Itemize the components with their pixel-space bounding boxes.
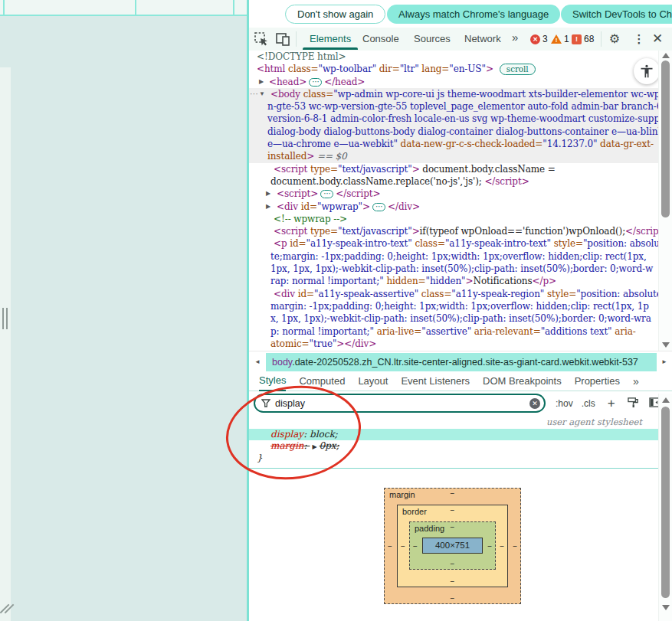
tab-event-listeners[interactable]: Event Listeners	[401, 372, 470, 391]
close-devtools-icon[interactable]: ✕	[650, 31, 665, 47]
device-toolbar-icon[interactable]	[275, 31, 290, 47]
dom-tree-line[interactable]: <!-- wpwrap -->	[249, 213, 672, 225]
tab-layout[interactable]: Layout	[358, 372, 388, 391]
warning-count-badge[interactable]: ! 1	[551, 34, 569, 44]
dom-tree-line[interactable]: margin: -1px;padding: 0;height: 1px;widt…	[249, 300, 672, 312]
dom-tree-line[interactable]: version-6-8-1 admin-color-fresh locale-e…	[249, 113, 672, 125]
tab-sources[interactable]: Sources	[414, 28, 451, 50]
dom-tree-line[interactable]: rap: normal !important;" hidden="hidden"…	[249, 275, 672, 287]
syntax-segment: >	[466, 276, 474, 286]
dom-tree-line[interactable]: <div id="a11y-speak-assertive" class="a1…	[249, 288, 672, 300]
dom-tree-line[interactable]: te;margin: -1px;padding: 0;height: 1px;w…	[249, 250, 672, 263]
breadcrumb-right-arrow-icon[interactable]: ►	[657, 351, 672, 373]
box-model-border[interactable]: border − − − − padding − − − − 400×751	[397, 505, 508, 587]
dom-tree-line[interactable]: x, 1px, 1px);-webkit-clip-path: inset(50…	[249, 312, 672, 325]
dom-tree-line[interactable]: <script type="text/javascript">if(typeof…	[249, 225, 672, 237]
scrollbar-thumb[interactable]	[661, 60, 670, 217]
border-top-value[interactable]: −	[451, 506, 455, 515]
margin-left-value[interactable]: −	[388, 542, 392, 551]
collapsed-children-icon[interactable]: ⋯	[320, 190, 333, 198]
tab-elements[interactable]: Elements	[310, 28, 351, 50]
scroll-up-icon[interactable]	[662, 397, 670, 403]
declaration-margin[interactable]: margin: ▶0px;	[249, 440, 659, 453]
dom-tree-line[interactable]: 1px, 1px, 1px);-webkit-clip-path: inset(…	[249, 263, 672, 275]
expand-node-icon[interactable]: ▶	[266, 188, 270, 200]
error-count-badge[interactable]: ✕ 3	[530, 34, 548, 44]
dom-tree-line[interactable]: <!DOCTYPE html>	[249, 51, 672, 63]
tab-network[interactable]: Network	[464, 28, 501, 50]
box-model-content[interactable]: 400×751	[422, 538, 483, 554]
declaration-display[interactable]: display: block;	[249, 429, 659, 441]
scroll-down-icon[interactable]	[662, 342, 670, 348]
breadcrumb-left-arrow-icon[interactable]: ◄	[249, 351, 266, 373]
elements-scrollbar[interactable]	[658, 51, 672, 351]
dom-tree-line[interactable]: p: normal !important;" aria-live="assert…	[249, 325, 672, 338]
dom-tree-line[interactable]: ▶<script>⋯</script>	[249, 188, 672, 200]
margin-top-value[interactable]: −	[451, 489, 455, 498]
new-style-rule-button[interactable]: +	[608, 398, 615, 409]
padding-bottom-value[interactable]: −	[451, 560, 455, 568]
tab-dom-breakpoints[interactable]: DOM Breakpoints	[483, 372, 562, 391]
expand-node-icon[interactable]: ▶	[259, 76, 264, 88]
margin-bottom-value[interactable]: −	[451, 594, 455, 603]
rule-selector-row[interactable]: body { user agent stylesheet	[249, 417, 659, 429]
more-tabs-icon[interactable]: »	[633, 372, 638, 391]
box-model-margin[interactable]: margin − − − − border − − − − padding − …	[384, 488, 521, 604]
collapsed-children-icon[interactable]: ⋯	[309, 78, 322, 87]
style-filter-input[interactable]: display ✕	[254, 394, 546, 413]
dom-tree-line[interactable]: installed> == $0	[249, 150, 672, 162]
switch-devtools-language-button[interactable]: Switch DevTools to Chin	[561, 5, 672, 24]
tab-styles[interactable]: Styles	[259, 371, 286, 391]
scroll-down-icon[interactable]	[662, 605, 670, 610]
dom-tree-line[interactable]: ▶<div id="wpwrap">⋯</div>	[249, 201, 672, 213]
filter-funnel-icon	[261, 399, 270, 407]
dom-tree-line[interactable]: <html class="wp-toolbar" dir="ltr" lang=…	[249, 63, 672, 75]
element-classes-button[interactable]: .cls	[582, 398, 595, 409]
resize-grip-icon[interactable]	[2, 602, 15, 616]
scrollbar-grip-icon[interactable]	[2, 308, 8, 329]
always-match-language-button[interactable]: Always match Chrome's language	[387, 5, 560, 24]
clear-filter-icon[interactable]: ✕	[529, 398, 540, 409]
scroll-up-icon[interactable]	[662, 53, 670, 58]
padding-right-value[interactable]: −	[487, 541, 492, 550]
dom-tree-line[interactable]: dialog-body dialog-buttons-body dialog-c…	[249, 126, 672, 138]
dont-show-again-button[interactable]: Don't show again	[285, 5, 385, 24]
dom-tree-line[interactable]: <p id="a11y-speak-intro-text" class="a11…	[249, 237, 672, 250]
breadcrumb[interactable]: body.date-20250528.zh_CN.ltr.site-center…	[266, 353, 657, 371]
scrollbar-thumb[interactable]	[661, 407, 670, 598]
toggle-element-state-button[interactable]: :hov	[556, 398, 573, 409]
dom-tree-line[interactable]: atomic="true"></div>	[249, 338, 672, 350]
border-right-value[interactable]: −	[500, 542, 504, 551]
scroll-badge[interactable]: scroll	[500, 64, 536, 75]
tab-properties[interactable]: Properties	[575, 372, 620, 391]
menu-kebab-icon[interactable]: ⋮	[631, 31, 647, 47]
issue-count-badge[interactable]: ! 68	[572, 34, 594, 44]
border-left-value[interactable]: −	[401, 542, 405, 551]
node-menu-icon[interactable]: ⋯	[250, 88, 257, 100]
dom-tree-line[interactable]: n-gte-53 wc-wp-version-gte-55 toplevel_p…	[249, 100, 672, 113]
collapse-node-icon[interactable]: ▼	[259, 88, 265, 100]
box-model-padding[interactable]: padding − − − − 400×751	[409, 521, 496, 570]
tab-console[interactable]: Console	[362, 28, 399, 50]
more-tabs-icon[interactable]: »	[512, 31, 516, 44]
inspect-element-icon[interactable]	[254, 31, 269, 47]
tab-computed[interactable]: Computed	[299, 372, 345, 391]
dom-tree-line[interactable]: e—ua-chrome e—ua-webkit" data-new-gr-c-s…	[249, 138, 672, 150]
syntax-segment: class=	[300, 89, 333, 100]
dom-tree-line[interactable]: ▶<head>⋯</head>	[249, 76, 672, 88]
settings-gear-icon[interactable]: ⚙	[607, 31, 622, 47]
dom-tree-line[interactable]: document.body.className.replace('no-js',…	[249, 175, 672, 188]
border-bottom-value[interactable]: −	[451, 577, 455, 586]
expand-node-icon[interactable]: ▶	[266, 201, 270, 213]
dom-tree-line[interactable]: <script type="text/javascript"> document…	[249, 163, 672, 175]
colon: :	[303, 429, 310, 440]
dom-tree-line[interactable]: ⋯▼<body class="wp-admin wp-core-ui js th…	[249, 88, 672, 100]
margin-right-value[interactable]: −	[513, 542, 517, 551]
rendering-emulation-icon[interactable]	[628, 397, 639, 410]
syntax-segment: id=	[295, 289, 314, 299]
expand-arrow-icon[interactable]: ▶	[312, 441, 316, 453]
styles-scrollbar[interactable]	[658, 394, 672, 621]
padding-top-value[interactable]: −	[451, 523, 455, 531]
collapsed-children-icon[interactable]: ⋯	[372, 203, 385, 211]
padding-left-value[interactable]: −	[413, 541, 418, 550]
